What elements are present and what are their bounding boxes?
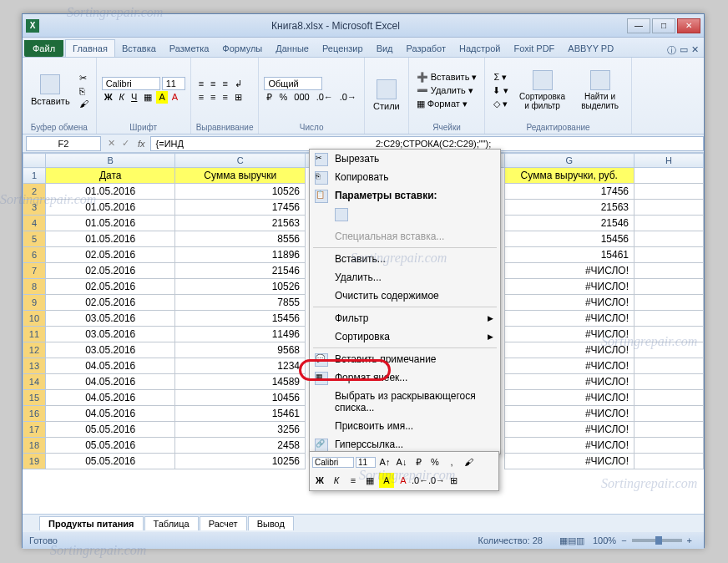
mini-italic-icon[interactable]: К [329,473,344,488]
copy-icon[interactable]: ⎘ [77,85,91,97]
align-middle-icon[interactable]: ≡ [208,78,218,90]
maximize-button[interactable]: □ [652,18,675,33]
fill-color-button[interactable]: A [156,91,167,104]
view-layout-icon[interactable]: ▤ [568,535,576,546]
view-normal-icon[interactable]: ▦ [559,535,568,546]
zoom-out-icon[interactable]: − [616,535,631,545]
enter-formula-icon[interactable]: ✓ [119,138,133,149]
align-top-icon[interactable]: ≡ [196,78,206,90]
ctx-define-name[interactable]: Присвоить имя... [310,417,500,435]
zoom-in-icon[interactable]: + [682,535,697,545]
align-left-icon[interactable]: ≡ [196,91,206,104]
format-painter-icon[interactable]: 🖌 [77,98,91,109]
align-right-icon[interactable]: ≡ [220,91,230,104]
ctx-paste-variant[interactable] [310,205,500,227]
mini-comma-icon[interactable]: , [444,454,459,469]
mini-font-select[interactable]: Calibri [312,457,354,468]
number-format-select[interactable]: Общий [264,77,322,90]
mini-grow-font-icon[interactable]: A↑ [377,454,392,469]
sheet-tab[interactable]: Расчет [200,516,247,530]
ctx-filter[interactable]: Фильтр▶ [310,309,500,327]
ctx-copy[interactable]: ⎘Копировать [310,168,500,186]
paste-button[interactable]: Вставить [28,73,73,108]
delete-cells-button[interactable]: ➖ Удалить ▾ [414,84,480,97]
help-icon[interactable]: ⓘ [667,44,676,57]
mini-format-painter-icon[interactable]: 🖌 [461,454,476,469]
tab-home[interactable]: Главная [65,39,115,57]
fill-icon[interactable]: ⬇ ▾ [490,84,510,97]
sort-filter-button[interactable]: Сортировка и фильтр [514,68,571,112]
tab-layout[interactable]: Разметка [163,40,216,57]
font-name-select[interactable]: Calibri [102,77,160,90]
mini-percent-icon[interactable]: % [427,454,442,469]
sheet-tab[interactable]: Таблица [144,516,199,530]
tab-formulas[interactable]: Формулы [215,40,269,57]
mini-dec-decimal-icon[interactable]: .0→ [429,473,444,488]
tab-view[interactable]: Вид [370,40,400,57]
view-pagebreak-icon[interactable]: ▥ [576,535,584,546]
tab-data[interactable]: Данные [269,40,316,57]
ctx-pick-from-list[interactable]: Выбрать из раскрывающегося списка... [310,387,500,417]
zoom-level[interactable]: 100% [593,535,616,545]
mini-border-icon[interactable]: ▦ [362,473,377,488]
window-close-icon[interactable]: ✕ [691,44,699,57]
zoom-slider[interactable] [632,539,682,542]
mini-merge-icon[interactable]: ⊞ [446,473,461,488]
styles-button[interactable]: Стили [370,78,403,113]
underline-button[interactable]: Ч [129,91,139,104]
percent-icon[interactable]: % [276,91,290,104]
cancel-formula-icon[interactable]: ✕ [104,138,119,149]
hyperlink-icon: 🔗 [315,439,328,452]
font-size-select[interactable]: 11 [162,77,185,90]
currency-icon[interactable]: ₽ [264,91,275,104]
tab-insert[interactable]: Вставка [115,40,163,57]
ctx-format-cells[interactable]: ▦Формат ячеек... [310,368,500,387]
cut-icon[interactable]: ✂ [77,72,91,84]
mini-fill-color-icon[interactable]: A [379,473,394,488]
wrap-text-icon[interactable]: ↲ [232,78,245,90]
tab-foxit[interactable]: Foxit PDF [507,40,561,57]
find-select-button[interactable]: Найти и выделить [574,68,626,112]
mini-shrink-font-icon[interactable]: A↓ [394,454,409,469]
file-tab[interactable]: Файл [24,40,63,57]
sheet-tab[interactable]: Вывод [248,516,294,530]
tab-abbyy[interactable]: ABBYY PD [561,40,620,57]
font-color-button[interactable]: A [169,91,180,104]
ctx-delete[interactable]: Удалить... [310,268,500,287]
ctx-insert[interactable]: Вставить... [310,250,500,268]
ctx-cut[interactable]: ✂Вырезать [310,150,500,168]
clear-icon[interactable]: ◇ ▾ [491,98,510,110]
align-bottom-icon[interactable]: ≡ [220,78,230,90]
ctx-sort[interactable]: Сортировка▶ [310,327,500,346]
insert-cells-button[interactable]: ➕ Вставить ▾ [414,71,480,84]
ctx-insert-comment[interactable]: 💬Вставить примечание [310,350,500,368]
minimize-ribbon-icon[interactable]: ▭ [680,44,688,57]
close-button[interactable]: ✕ [677,18,700,33]
fx-icon[interactable]: fx [133,139,150,149]
group-number: Общий ₽ % 000 .0← .0→ Число [259,58,365,134]
decrease-decimal-icon[interactable]: .0→ [337,91,359,104]
tab-addins[interactable]: Надстрой [452,40,507,57]
mini-bold-icon[interactable]: Ж [312,473,327,488]
bold-button[interactable]: Ж [102,91,115,104]
mini-align-icon[interactable]: ≡ [346,473,361,488]
comma-icon[interactable]: 000 [291,91,311,104]
autosum-icon[interactable]: Σ ▾ [492,71,510,84]
minimize-button[interactable]: — [627,18,650,33]
mini-font-color-icon[interactable]: A [396,473,411,488]
name-box[interactable]: F2 [26,136,101,151]
border-button[interactable]: ▦ [141,91,154,104]
align-center-icon[interactable]: ≡ [208,91,218,104]
sheet-tab[interactable]: Продукты питания [39,516,144,530]
mini-currency-icon[interactable]: ₽ [411,454,426,469]
tab-review[interactable]: Рецензир [316,40,370,57]
mini-inc-decimal-icon[interactable]: .0← [412,473,427,488]
tab-developer[interactable]: Разработ [400,40,452,57]
italic-button[interactable]: К [117,91,127,104]
merge-icon[interactable]: ⊞ [232,91,245,104]
ctx-clear[interactable]: Очистить содержимое [310,287,500,305]
mini-size-select[interactable]: 11 [356,457,376,468]
status-bar: Готово Количество: 28 ▦ ▤ ▥ 100% − + [23,532,704,549]
increase-decimal-icon[interactable]: .0← [314,91,336,104]
format-cells-button[interactable]: ▦ Формат ▾ [414,98,480,110]
